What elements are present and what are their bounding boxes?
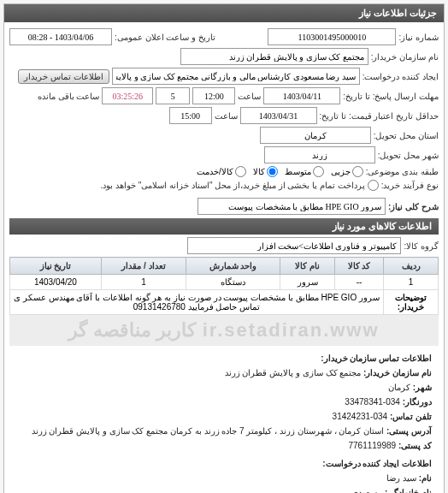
brief-label: شرح کلی نیاز: <box>388 202 439 211</box>
main-form: شماره نیاز: تاریخ و ساعت اعلان عمومی: نا… <box>4 22 444 493</box>
ci-addr-val: استان کرمان ، شهرستان زرند ، کیلومتر 7 ج… <box>32 426 385 436</box>
th-date: تاریخ نیاز <box>10 258 102 275</box>
table-header-row: ردیف کد کالا نام کالا واحد شمارش تعداد /… <box>10 258 439 275</box>
ci-fax-label: دورنگار: <box>403 397 432 407</box>
remain-time-field[interactable] <box>102 87 153 104</box>
buyer-field[interactable] <box>180 48 368 65</box>
details-panel: جزئیات اطلاعات نیاز شماره نیاز: تاریخ و … <box>3 3 445 493</box>
watermark-text: ir.setadiran.www کاربر مناقصه گر <box>68 319 379 342</box>
th-unit: واحد شمارش <box>186 258 280 275</box>
cell-qty: 1 <box>101 275 186 290</box>
ci-addr-label: آدرس پستی: <box>386 426 432 436</box>
pkg-radio-2[interactable] <box>313 166 324 177</box>
ci-city-val: کرمان <box>388 383 410 392</box>
row-validity: حداقل تاریخ اعتبار قیمت: تا تاریخ: ساعت <box>9 107 439 124</box>
time-label-1: ساعت <box>238 92 261 101</box>
pkg-radio-1[interactable] <box>352 166 363 177</box>
ci-fax-val: 034-33478341 <box>345 397 400 407</box>
packaging-radios: جزیی متوسط کالا کالا/خدمت <box>197 166 363 177</box>
time-label-2: ساعت <box>215 111 238 121</box>
panel-title: جزئیات اطلاعات نیاز <box>4 4 444 22</box>
ci-post-val: 7761119989 <box>348 441 396 450</box>
process-radio[interactable] <box>368 180 379 191</box>
requester-label: ایجاد کننده درخواست: <box>363 72 439 81</box>
province-field[interactable] <box>260 127 371 144</box>
table-row[interactable]: 1 -- سرور دستگاه 1 1403/04/20 <box>10 275 439 290</box>
row-packaging: طبقه بندی موضوعی: جزیی متوسط کالا کالا/خ… <box>9 166 439 177</box>
th-qty: تعداد / مقدار <box>101 258 186 275</box>
items-header: اطلاعات کالاهای مورد نیاز <box>9 218 439 235</box>
contact-header-2: اطلاعات ایجاد کننده درخواست: <box>16 456 432 471</box>
row-process: نوع فرآیند خرید: پرداخت تمام یا بخشی از … <box>9 180 439 191</box>
ci-name-label: نام: <box>419 473 432 483</box>
public-date-label: تاریخ و ساعت اعلان عمومی: <box>115 33 215 42</box>
th-idx: ردیف <box>384 258 439 275</box>
deadline-date-field[interactable] <box>263 87 340 104</box>
ci-org-val: مجتمع کک سازی و پالایش قطران زرند <box>225 368 362 377</box>
row-city: شهر محل تحویل: <box>9 146 439 163</box>
pkg-opt-1[interactable]: جزیی <box>331 166 363 177</box>
buyer-label: نام سازمان خریدار: <box>371 52 439 62</box>
cell-code: -- <box>334 275 383 290</box>
remain-text: ساعت باقی مانده <box>38 92 100 101</box>
ci-city-label: شهر: <box>413 383 432 392</box>
process-label: نوع فرآیند خرید: <box>381 181 439 190</box>
note-label-cell: توضیحات خریدار: <box>384 290 439 315</box>
cell-unit: دستگاه <box>186 275 280 290</box>
requester-field[interactable] <box>112 68 360 85</box>
ci-post-label: کد پستی: <box>398 441 432 450</box>
validity-label: حداقل تاریخ اعتبار قیمت: تا تاریخ: <box>320 111 439 121</box>
cell-name: سرور <box>280 275 335 290</box>
group-field[interactable] <box>187 237 401 254</box>
cell-idx: 1 <box>384 275 439 290</box>
ci-family-val: مسعودی <box>351 488 382 493</box>
city-label: شهر محل تحویل: <box>378 151 439 160</box>
cell-date: 1403/04/20 <box>10 275 102 290</box>
pkg-radio-3[interactable] <box>267 166 278 177</box>
number-label: شماره نیاز: <box>398 33 439 42</box>
pkg-opt-4[interactable]: کالا/خدمت <box>197 166 246 177</box>
note-text-cell: سرور HPE GIO مطابق با مشخصات پیوست در صو… <box>10 290 384 315</box>
deadline-label: مهلت ارسال پاسخ: تا تاریخ: <box>343 92 439 101</box>
number-field[interactable] <box>268 28 396 45</box>
pkg-opt-2[interactable]: متوسط <box>285 166 324 177</box>
th-code: کد کالا <box>334 258 383 275</box>
row-brief: شرح کلی نیاز: <box>9 198 439 215</box>
validity-date-field[interactable] <box>240 107 317 124</box>
remain-days-field[interactable] <box>156 87 190 104</box>
ci-name-val: سید رضا <box>386 473 416 483</box>
ci-family-label: نام خانوادگی: <box>385 488 432 493</box>
ci-org-label: نام سازمان خریدار: <box>363 368 432 377</box>
table-note-row: توضیحات خریدار: سرور HPE GIO مطابق با مش… <box>10 290 439 315</box>
contact-info-block: اطلاعات تماس سازمان خریدار: نام سازمان خ… <box>9 346 439 493</box>
row-deadline: مهلت ارسال پاسخ: تا تاریخ: ساعت ساعت باق… <box>9 87 439 104</box>
watermark-area: ir.setadiran.www کاربر مناقصه گر <box>9 315 439 346</box>
row-buyer: نام سازمان خریدار: <box>9 48 439 65</box>
items-table: ردیف کد کالا نام کالا واحد شمارش تعداد /… <box>9 257 439 315</box>
city-field[interactable] <box>264 146 375 163</box>
contact-buyer-button[interactable]: اطلاعات تماس خریدار <box>18 69 109 84</box>
row-requester: ایجاد کننده درخواست: اطلاعات تماس خریدار <box>9 68 439 85</box>
brief-field[interactable] <box>197 198 386 215</box>
packaging-label: طبقه بندی موضوعی: <box>366 167 439 176</box>
row-group: گروه کالا: <box>9 237 439 254</box>
pkg-opt-3[interactable]: کالا <box>253 166 278 177</box>
th-name: نام کالا <box>280 258 335 275</box>
row-province: استان محل تحویل: <box>9 127 439 144</box>
deadline-time-field[interactable] <box>192 87 235 104</box>
validity-time-field[interactable] <box>169 107 212 124</box>
process-text: پرداخت تمام یا بخشی از مبلغ خرید،از محل … <box>100 181 364 190</box>
group-label: گروه کالا: <box>404 241 439 251</box>
public-date-field[interactable] <box>9 28 112 45</box>
province-label: استان محل تحویل: <box>374 131 439 140</box>
row-number: شماره نیاز: تاریخ و ساعت اعلان عمومی: <box>9 28 439 45</box>
ci-phone-label: تلفن تماس: <box>390 412 432 421</box>
contact-header-1: اطلاعات تماس سازمان خریدار: <box>16 351 432 365</box>
pkg-radio-4[interactable] <box>235 166 246 177</box>
ci-phone-val: 034-31424231 <box>333 412 388 421</box>
